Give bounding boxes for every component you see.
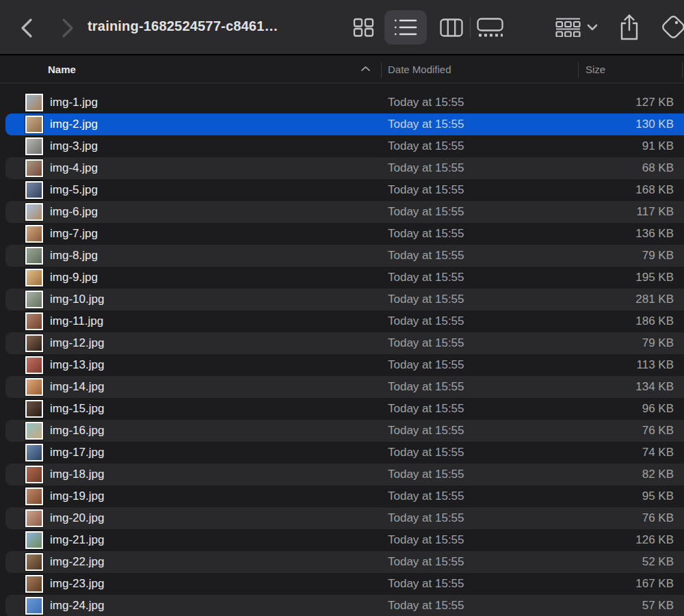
group-by-button[interactable] (555, 12, 603, 42)
file-size: 127 KB (564, 92, 674, 113)
window-title: training-1682524577-c8461… (88, 18, 278, 34)
file-size: 91 KB (564, 135, 674, 157)
back-button[interactable] (16, 15, 40, 41)
file-row[interactable]: img-7.jpg Today at 15:55 136 KB (0, 223, 684, 245)
file-row[interactable]: img-20.jpg Today at 15:55 76 KB (0, 507, 684, 529)
file-date-modified: Today at 15:55 (388, 376, 464, 398)
file-row[interactable]: img-8.jpg Today at 15:55 79 KB (0, 245, 684, 267)
file-size: 113 KB (564, 354, 674, 376)
file-size: 57 KB (564, 595, 674, 616)
file-name: img-14.jpg (50, 376, 104, 398)
file-name: img-5.jpg (50, 179, 98, 201)
chevron-down-icon (587, 24, 598, 31)
file-date-modified: Today at 15:55 (388, 179, 464, 201)
file-size: 96 KB (564, 398, 674, 420)
file-size: 168 KB (564, 179, 674, 201)
file-row[interactable]: img-13.jpg Today at 15:55 113 KB (0, 354, 684, 376)
forward-button[interactable] (55, 15, 78, 41)
file-row[interactable]: img-9.jpg Today at 15:55 195 KB (0, 267, 684, 289)
file-row[interactable]: img-12.jpg Today at 15:55 79 KB (0, 332, 684, 354)
file-date-modified: Today at 15:55 (388, 442, 464, 464)
file-name: img-18.jpg (50, 464, 104, 485)
file-size: 186 KB (564, 310, 674, 332)
file-name: img-19.jpg (50, 485, 104, 507)
file-row[interactable]: img-2.jpg Today at 15:55 130 KB (0, 113, 684, 135)
file-row[interactable]: img-22.jpg Today at 15:55 52 KB (0, 551, 684, 573)
tag-icon (658, 12, 684, 43)
file-thumbnail-icon (25, 597, 43, 615)
column-divider[interactable] (381, 62, 382, 78)
file-name: img-8.jpg (50, 245, 98, 267)
file-thumbnail-icon (25, 444, 43, 461)
file-thumbnail-icon (25, 378, 43, 396)
file-thumbnail-icon (25, 291, 43, 308)
column-header-name[interactable]: Name (48, 64, 76, 75)
file-name: img-1.jpg (50, 92, 98, 113)
file-row[interactable]: img-19.jpg Today at 15:55 95 KB (0, 485, 684, 507)
file-name: img-22.jpg (50, 551, 104, 573)
file-row[interactable]: img-21.jpg Today at 15:55 126 KB (0, 529, 684, 551)
column-header-date-modified[interactable]: Date Modified (388, 64, 451, 75)
file-row[interactable]: img-24.jpg Today at 15:55 57 KB (0, 595, 684, 616)
file-row[interactable]: img-6.jpg Today at 15:55 117 KB (0, 201, 684, 223)
file-row[interactable]: img-15.jpg Today at 15:55 96 KB (0, 398, 684, 420)
file-size: 79 KB (564, 245, 674, 267)
file-row[interactable]: img-1.jpg Today at 15:55 127 KB (0, 92, 684, 113)
file-thumbnail-icon (25, 269, 43, 286)
file-name: img-12.jpg (50, 332, 104, 354)
file-name: img-10.jpg (50, 289, 104, 310)
file-thumbnail-icon (25, 116, 43, 133)
file-row[interactable]: img-14.jpg Today at 15:55 134 KB (0, 376, 684, 398)
file-size: 74 KB (564, 442, 674, 464)
group-by-icon (555, 18, 581, 37)
file-date-modified: Today at 15:55 (388, 310, 464, 332)
file-name: img-23.jpg (50, 573, 104, 595)
file-thumbnail-icon (25, 466, 43, 483)
file-size: 136 KB (564, 223, 674, 245)
file-date-modified: Today at 15:55 (388, 113, 464, 135)
file-row[interactable]: img-5.jpg Today at 15:55 168 KB (0, 179, 684, 201)
column-header-size[interactable]: Size (586, 64, 605, 75)
chevron-right-icon (55, 15, 78, 41)
column-divider[interactable] (578, 62, 579, 78)
share-icon (619, 14, 644, 41)
file-row[interactable]: img-16.jpg Today at 15:55 76 KB (0, 420, 684, 442)
share-button[interactable] (619, 11, 644, 44)
file-size: 79 KB (564, 332, 674, 354)
file-date-modified: Today at 15:55 (388, 551, 464, 573)
file-row[interactable]: img-11.jpg Today at 15:55 186 KB (0, 310, 684, 332)
sort-ascending-icon (360, 66, 371, 72)
view-mode-list-view[interactable] (384, 10, 427, 44)
file-size: 281 KB (564, 289, 674, 310)
file-date-modified: Today at 15:55 (388, 420, 464, 442)
file-name: img-15.jpg (50, 398, 104, 420)
view-mode-column-view[interactable] (431, 10, 472, 44)
file-list: img-1.jpg Today at 15:55 127 KB img-2.jp… (0, 84, 684, 616)
file-thumbnail-icon (25, 509, 43, 527)
file-row[interactable]: img-10.jpg Today at 15:55 281 KB (0, 289, 684, 310)
file-date-modified: Today at 15:55 (388, 573, 464, 595)
list-column-headers: Name Date Modified Size (0, 57, 684, 83)
tags-button[interactable] (658, 12, 684, 43)
file-date-modified: Today at 15:55 (388, 135, 464, 157)
file-date-modified: Today at 15:55 (388, 485, 464, 507)
finder-toolbar: training-1682524577-c8461… (0, 0, 684, 55)
column-divider[interactable] (682, 62, 683, 78)
file-row[interactable]: img-3.jpg Today at 15:55 91 KB (0, 135, 684, 157)
file-row[interactable]: img-17.jpg Today at 15:55 74 KB (0, 442, 684, 464)
file-name: img-7.jpg (50, 223, 98, 245)
view-mode-gallery-view[interactable] (469, 10, 510, 44)
grid-view-icon (353, 18, 374, 37)
file-size: 82 KB (564, 464, 674, 485)
file-size: 76 KB (564, 420, 674, 442)
file-row[interactable]: img-23.jpg Today at 15:55 167 KB (0, 573, 684, 595)
file-thumbnail-icon (25, 137, 43, 155)
file-date-modified: Today at 15:55 (388, 529, 464, 551)
gallery-view-icon (477, 18, 503, 37)
file-size: 134 KB (564, 376, 674, 398)
file-row[interactable]: img-18.jpg Today at 15:55 82 KB (0, 464, 684, 485)
file-name: img-20.jpg (50, 507, 104, 529)
file-thumbnail-icon (25, 94, 43, 111)
file-row[interactable]: img-4.jpg Today at 15:55 68 KB (0, 157, 684, 179)
view-mode-icon-view[interactable] (343, 10, 384, 44)
